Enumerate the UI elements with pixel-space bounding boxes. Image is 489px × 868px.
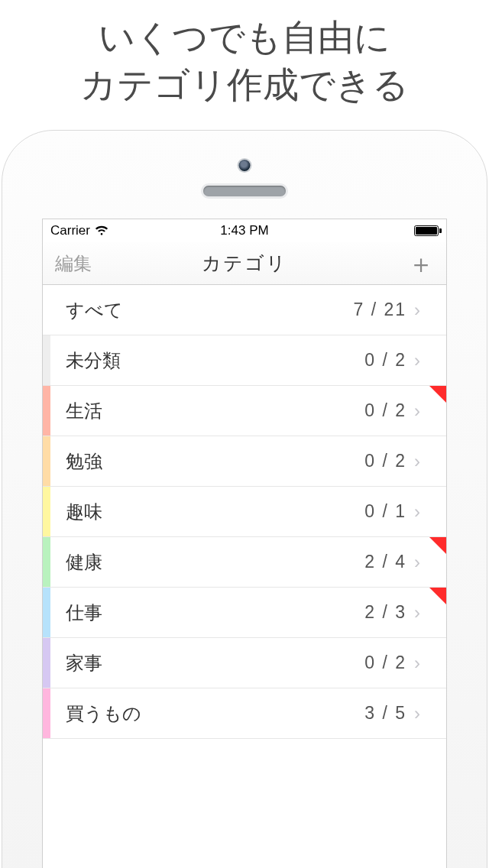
speaker-slot [203,186,286,196]
headline-line2: カテゴリ作成できる [80,64,409,105]
category-row[interactable]: 未分類0 / 2› [43,335,446,386]
status-time: 1:43 PM [43,223,446,238]
category-row[interactable]: 生活0 / 2› [43,386,446,436]
chevron-right-icon: › [414,552,420,573]
flag-icon [429,588,446,604]
category-row[interactable]: すべて7 / 21› [43,285,446,335]
category-label: 趣味 [50,500,364,524]
marketing-headline: いくつでも自由に カテゴリ作成できる [0,0,489,125]
color-strip [43,386,50,436]
color-strip [43,487,50,536]
plus-icon: ＋ [408,249,434,278]
color-strip [43,638,50,688]
flag-icon [429,537,446,554]
category-count: 0 / 2 [364,350,414,371]
screen: Carrier 1:43 PM 編集 カテゴリ ＋ すべて7 [42,219,447,868]
category-count: 2 / 4 [364,552,414,572]
camera-dot [239,160,251,171]
chevron-right-icon: › [414,300,420,321]
category-label: 生活 [50,399,364,423]
category-label: 健康 [50,550,364,575]
edit-button-label: 編集 [55,253,92,274]
category-list: すべて7 / 21›未分類0 / 2›生活0 / 2›勉強0 / 2›趣味0 /… [43,285,446,739]
category-label: すべて [50,298,353,322]
chevron-right-icon: › [414,501,420,523]
category-count: 0 / 2 [364,451,414,471]
color-strip [43,335,50,385]
category-count: 0 / 1 [364,501,414,522]
color-strip [43,537,50,587]
headline-line1: いくつでも自由に [99,17,390,57]
chevron-right-icon: › [414,602,420,623]
category-row[interactable]: 仕事2 / 3› [43,588,446,638]
nav-bar: 編集 カテゴリ ＋ [43,242,446,285]
category-count: 0 / 2 [364,653,414,673]
category-row[interactable]: 家事0 / 2› [43,638,446,688]
status-bar: Carrier 1:43 PM [43,219,446,242]
add-button[interactable]: ＋ [396,251,434,277]
color-strip [43,588,50,637]
chevron-right-icon: › [414,451,420,472]
category-label: 買うもの [50,701,364,726]
chevron-right-icon: › [414,703,420,724]
page-title: カテゴリ [93,251,396,276]
category-label: 家事 [50,651,364,675]
flag-icon [429,386,446,403]
phone-frame: Carrier 1:43 PM 編集 カテゴリ ＋ すべて7 [2,130,487,868]
chevron-right-icon: › [414,400,420,422]
color-strip [43,285,50,335]
color-strip [43,436,50,486]
category-count: 2 / 3 [364,602,414,623]
category-label: 未分類 [50,348,364,373]
category-row[interactable]: 健康2 / 4› [43,537,446,588]
battery-fill [416,227,437,235]
category-label: 仕事 [50,601,364,625]
color-strip [43,688,50,738]
edit-button[interactable]: 編集 [55,251,93,276]
category-row[interactable]: 勉強0 / 2› [43,436,446,487]
category-count: 7 / 21 [353,300,414,320]
category-count: 3 / 5 [364,703,414,724]
chevron-right-icon: › [414,350,420,371]
battery-icon [414,225,439,236]
category-row[interactable]: 買うもの3 / 5› [43,688,446,739]
category-count: 0 / 2 [364,400,414,421]
chevron-right-icon: › [414,653,420,674]
category-row[interactable]: 趣味0 / 1› [43,487,446,537]
category-label: 勉強 [50,449,364,474]
